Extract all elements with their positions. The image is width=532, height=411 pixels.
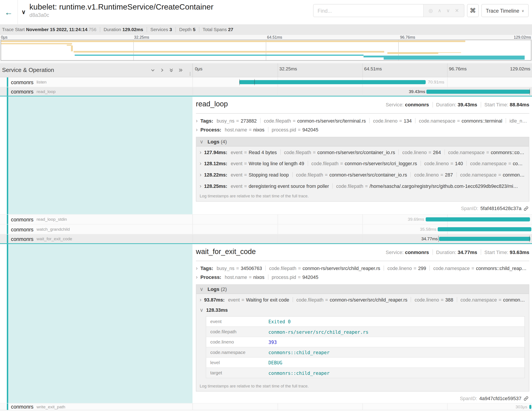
keyboard-shortcuts-button[interactable]: ⌘ xyxy=(467,4,479,17)
span-bar[interactable] xyxy=(427,89,530,93)
logs-header[interactable]: ∨ Logs (4) xyxy=(196,137,529,147)
kv-key: event xyxy=(231,172,242,177)
tags-row[interactable]: › Tags: busy_ns=34506763code.filepath=co… xyxy=(196,265,529,271)
span-bar[interactable] xyxy=(239,80,426,84)
gridline xyxy=(362,403,363,410)
kv-equals: = xyxy=(340,161,343,166)
span-color-bar xyxy=(7,97,8,214)
divider xyxy=(481,250,481,255)
span-row-wait-for-exit-code[interactable]: conmonrs wait_for_exit_code 34.77ms xyxy=(0,234,532,244)
indent-guide xyxy=(8,97,192,214)
link-icon[interactable] xyxy=(523,396,529,401)
page-title: kubelet: runtime.v1.RuntimeService/Creat… xyxy=(29,2,213,11)
trace-minimap[interactable] xyxy=(1,40,531,61)
kv-value: 264 xyxy=(433,149,441,155)
find-clear-icon[interactable]: ✕ xyxy=(455,8,459,13)
span-bar[interactable] xyxy=(529,405,531,409)
span-id-value: 4a947cfd1ce59537 xyxy=(479,396,521,401)
kv-value: nixos xyxy=(253,274,265,280)
process-row[interactable]: › Process: host.name=nixosprocess.pid=94… xyxy=(196,127,529,132)
log-row[interactable]: › 93.87ms: event=Waiting for exit codeco… xyxy=(196,294,529,305)
minimap-tick: 96.76ms xyxy=(400,35,415,39)
page-header: ← ∨ kubelet: runtime.v1.RuntimeService/C… xyxy=(0,0,532,24)
duration-label: Duration xyxy=(104,27,121,32)
divider xyxy=(410,172,411,177)
log-row-expanded-header[interactable]: ∨ 128.33ms xyxy=(196,305,529,315)
field-value: DEBUG xyxy=(268,360,282,365)
service-operation-label: Service & Operation xyxy=(2,67,54,74)
gridline xyxy=(277,215,278,224)
back-button[interactable]: ← xyxy=(0,0,18,24)
divider xyxy=(399,149,399,155)
kv-equals: = xyxy=(457,118,460,123)
gridline xyxy=(447,403,448,410)
collapse-all-icon[interactable] xyxy=(169,68,174,73)
total-spans-value: 27 xyxy=(228,27,233,32)
locate-icon[interactable]: ◎ xyxy=(429,8,433,13)
log-row[interactable]: › 127.94ms: event=Read 4 bytescode.filep… xyxy=(196,147,529,158)
kv-key: code.filepath xyxy=(284,149,311,155)
duration-value: 129.02ms xyxy=(123,27,143,32)
indent-guide xyxy=(8,244,192,403)
tags-row[interactable]: › Tags: busy_ns=273882code.filepath=conm… xyxy=(196,118,529,123)
log-row[interactable]: › 128.25ms: event=deregistering event so… xyxy=(196,180,529,192)
view-selector-button[interactable]: Trace Timeline ∨ xyxy=(481,4,529,17)
span-bar[interactable] xyxy=(439,237,530,241)
kv-value: 388 xyxy=(445,297,453,303)
kv-equals: = xyxy=(236,265,239,271)
kv-equals: = xyxy=(325,297,328,303)
kv-key: busy_ns xyxy=(217,118,235,123)
operation-name: watch_grandchild xyxy=(37,227,70,232)
gridline xyxy=(362,63,363,77)
duration-label: Duration: xyxy=(436,250,456,255)
kv-key: code.namespace xyxy=(460,297,497,303)
gridline xyxy=(277,63,278,77)
kv-value: 942045 xyxy=(302,274,318,280)
expand-one-icon[interactable] xyxy=(160,68,165,73)
find-next-icon[interactable]: ∨ xyxy=(446,8,450,13)
service-value: conmonrs xyxy=(405,250,429,255)
back-arrow-icon: ← xyxy=(5,7,13,17)
logs-count: (2) xyxy=(221,286,227,292)
collapse-trace-button[interactable]: ∨ xyxy=(18,0,29,24)
timeline-tick: 129.02ms xyxy=(510,66,530,71)
log-row[interactable]: › 128.22ms: event=Stopping read loopcode… xyxy=(196,169,529,180)
kv-key: busy_ns xyxy=(217,265,235,271)
process-row[interactable]: › Process: host.name=nixosprocess.pid=94… xyxy=(196,274,529,280)
field-value: conmon-rs/server/src/child_reaper.rs xyxy=(268,329,369,335)
collapse-one-icon[interactable] xyxy=(150,68,155,73)
field-row: levelDEBUG xyxy=(206,357,524,367)
kv-value: deregistering event source from poller xyxy=(249,183,329,189)
log-row[interactable]: › 128.12ms: event=Wrote log line of leng… xyxy=(196,158,529,169)
field-value: conmonrs::child_reaper xyxy=(268,370,330,376)
kv-equals: = xyxy=(293,118,295,123)
column-resizer[interactable]: ∥ xyxy=(189,71,191,76)
link-icon[interactable] xyxy=(523,206,529,211)
find-input[interactable] xyxy=(314,4,423,17)
chevron-down-icon: ∨ xyxy=(200,138,203,144)
span-row-write-exit-path[interactable]: conmonrs write_exit_path 303μs xyxy=(0,403,532,410)
field-key: code.filepath xyxy=(206,329,268,334)
find-controls: ◎ ∧ ∨ ✕ xyxy=(423,4,464,17)
log-kv-list: event=Read 4 bytescode.filepath=conmon-r… xyxy=(231,149,524,155)
divider xyxy=(369,118,370,123)
kv-key: host.name xyxy=(225,127,247,132)
span-bar[interactable] xyxy=(438,227,531,231)
trace-id: d8a3a0c xyxy=(29,12,213,18)
kv-key: code.lineno xyxy=(424,161,449,166)
trace-start-label: Trace Start xyxy=(2,27,25,32)
gridline xyxy=(362,225,363,234)
find-prev-icon[interactable]: ∧ xyxy=(438,8,441,13)
kv-key: event xyxy=(231,149,242,155)
span-row-watch-grandchild[interactable]: conmonrs watch_grandchild 35.58ms xyxy=(0,224,532,234)
process-label: Process: xyxy=(200,274,221,280)
logs-header[interactable]: ∨ Logs (2) xyxy=(196,285,529,294)
log-kv-list: event=deregistering event source from po… xyxy=(231,183,518,189)
log-kv-list: event=Waiting for exit codecode.filepath… xyxy=(228,297,525,303)
span-bar[interactable] xyxy=(426,217,530,221)
span-row-read-loop-stdin[interactable]: conmonrs read_loop_stdin 39.69ms xyxy=(0,214,532,224)
span-row-read-loop[interactable]: conmonrs read_loop 39.43ms xyxy=(0,87,532,96)
service-name: conmonrs xyxy=(11,216,34,222)
span-row-listen[interactable]: conmonrs listen 70.91ms xyxy=(0,77,532,87)
expand-all-icon[interactable] xyxy=(178,68,183,73)
